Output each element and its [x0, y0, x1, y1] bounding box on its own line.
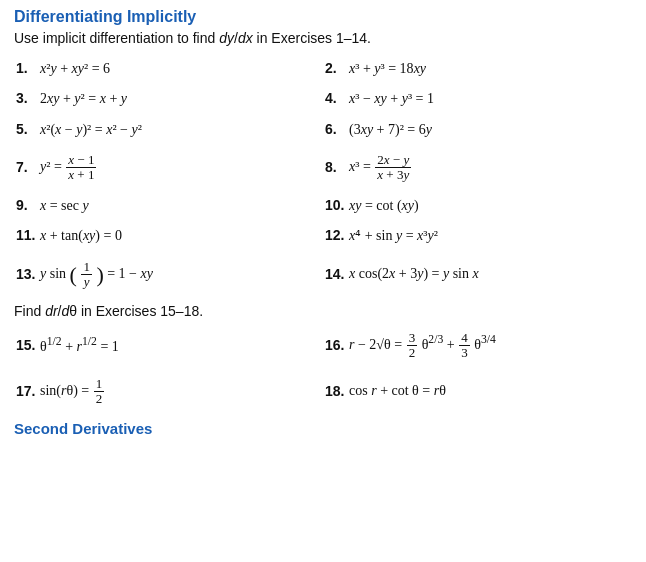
- ex-content-12: x⁴ + sin y = x³y²: [349, 225, 438, 247]
- intro-text: Use implicit differentiation to find dy/…: [14, 30, 632, 46]
- ex-num-7: 7.: [16, 157, 38, 178]
- ex-num-12: 12.: [325, 225, 347, 246]
- ex-content-3: 2xy + y² = x + y: [40, 88, 127, 110]
- exercise-2: 2. x³ + y³ = 18xy: [323, 54, 632, 84]
- frac-num-16a: 3: [407, 331, 418, 346]
- exercise-15: 15. θ1/2 + r1/2 = 1: [14, 323, 323, 369]
- exercise-10: 10. xy = cot (xy): [323, 191, 632, 221]
- right-paren-13: ): [96, 261, 103, 286]
- frac-den-17: 2: [94, 392, 105, 406]
- ex-num-16: 16.: [325, 335, 347, 356]
- ex-num-14: 14.: [325, 264, 347, 285]
- exercise-4: 4. x³ − xy + y³ = 1: [323, 84, 632, 114]
- exercise-14: 14. x cos(2x + 3y) = y sin x: [323, 252, 632, 298]
- fraction-16b: 4 3: [459, 331, 470, 361]
- frac-den-7: x + 1: [66, 168, 96, 182]
- ex-num-10: 10.: [325, 195, 347, 216]
- ex-content-16: r − 2√θ = 3 2 θ2/3 + 4 3 θ3/4: [349, 331, 496, 361]
- exercise-7: 7. y² = x − 1 x + 1: [14, 145, 323, 191]
- ex-num-3: 3.: [16, 88, 38, 109]
- frac-den-8: x + 3y: [375, 168, 411, 182]
- frac-num-7: x − 1: [66, 153, 96, 168]
- frac-den-13: y: [82, 275, 92, 289]
- ex-content-13: y sin ( 1 y ) = 1 − xy: [40, 260, 153, 290]
- exercise-18: 18. cos r + cot θ = rθ: [323, 369, 632, 415]
- exercise-8: 8. x³ = 2x − y x + 3y: [323, 145, 632, 191]
- frac-den-16a: 2: [407, 346, 418, 360]
- ex-content-1: x²y + xy² = 6: [40, 58, 110, 80]
- fraction-16a: 3 2: [407, 331, 418, 361]
- frac-num-8: 2x − y: [375, 153, 411, 168]
- left-paren-13: (: [70, 261, 77, 286]
- fraction-8: 2x − y x + 3y: [375, 153, 411, 183]
- exercise-16: 16. r − 2√θ = 3 2 θ2/3 + 4 3 θ3/4: [323, 323, 632, 369]
- ex-content-8: x³ = 2x − y x + 3y: [349, 153, 412, 183]
- ex-num-4: 4.: [325, 88, 347, 109]
- ex-num-5: 5.: [16, 119, 38, 140]
- ex-content-18: cos r + cot θ = rθ: [349, 380, 446, 402]
- exercise-5: 5. x²(x − y)² = x² − y²: [14, 115, 323, 145]
- section-title: Differentiating Implicitly: [14, 8, 632, 26]
- exercise-12: 12. x⁴ + sin y = x³y²: [323, 221, 632, 251]
- ex-num-13: 13.: [16, 264, 38, 285]
- sub-title: Second Derivatives: [14, 420, 632, 437]
- fraction-17: 1 2: [94, 377, 105, 407]
- ex-num-2: 2.: [325, 58, 347, 79]
- exercise-11: 11. x + tan(xy) = 0: [14, 221, 323, 251]
- ex-content-10: xy = cot (xy): [349, 195, 419, 217]
- ex-num-18: 18.: [325, 381, 347, 402]
- exercise-1: 1. x²y + xy² = 6: [14, 54, 323, 84]
- ex-num-8: 8.: [325, 157, 347, 178]
- frac-den-16b: 3: [459, 346, 470, 360]
- ex-num-15: 15.: [16, 335, 38, 356]
- ex-num-1: 1.: [16, 58, 38, 79]
- dr-intro: Find dr/dθ in Exercises 15–18.: [14, 303, 632, 319]
- frac-num-16b: 4: [459, 331, 470, 346]
- ex-content-7: y² = x − 1 x + 1: [40, 153, 97, 183]
- exercises-grid-15-18: 15. θ1/2 + r1/2 = 1 16. r − 2√θ = 3 2 θ2…: [14, 323, 632, 414]
- ex-num-9: 9.: [16, 195, 38, 216]
- exercise-6: 6. (3xy + 7)² = 6y: [323, 115, 632, 145]
- ex-content-6: (3xy + 7)² = 6y: [349, 119, 432, 141]
- ex-content-17: sin(rθ) = 1 2: [40, 377, 105, 407]
- frac-num-17: 1: [94, 377, 105, 392]
- fraction-7: x − 1 x + 1: [66, 153, 96, 183]
- ex-content-9: x = sec y: [40, 195, 89, 217]
- ex-content-15: θ1/2 + r1/2 = 1: [40, 333, 119, 358]
- fraction-13: 1 y: [81, 260, 92, 290]
- exercise-17: 17. sin(rθ) = 1 2: [14, 369, 323, 415]
- ex-content-11: x + tan(xy) = 0: [40, 225, 122, 247]
- ex-num-6: 6.: [325, 119, 347, 140]
- ex-content-14: x cos(2x + 3y) = y sin x: [349, 263, 479, 285]
- ex-content-2: x³ + y³ = 18xy: [349, 58, 426, 80]
- ex-num-11: 11.: [16, 225, 38, 246]
- exercise-13: 13. y sin ( 1 y ) = 1 − xy: [14, 252, 323, 298]
- ex-content-5: x²(x − y)² = x² − y²: [40, 119, 142, 141]
- exercises-grid-1-14: 1. x²y + xy² = 6 2. x³ + y³ = 18xy 3. 2x…: [14, 54, 632, 297]
- frac-num-13: 1: [81, 260, 92, 275]
- exercise-9: 9. x = sec y: [14, 191, 323, 221]
- ex-content-4: x³ − xy + y³ = 1: [349, 88, 434, 110]
- ex-num-17: 17.: [16, 381, 38, 402]
- exercise-3: 3. 2xy + y² = x + y: [14, 84, 323, 114]
